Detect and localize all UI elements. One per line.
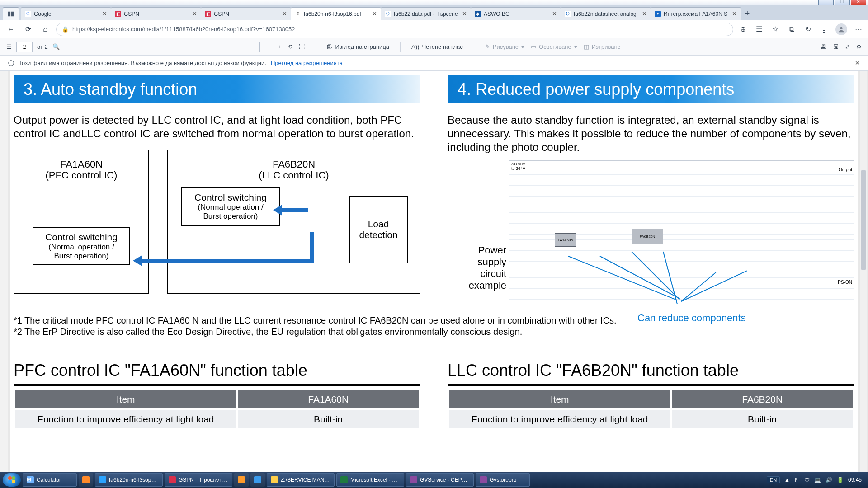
tab-label: Google (34, 11, 99, 17)
section-3-body: Output power is detected by LLC control … (14, 113, 420, 141)
highlight-button[interactable]: ▭ Осветяване ▾ (531, 43, 577, 50)
history-icon[interactable]: ↻ (803, 24, 813, 34)
save-button[interactable]: 🖫 (833, 43, 839, 50)
tray-flag-icon[interactable]: 🏳 (794, 477, 800, 483)
circuit-caption-1: Power supply (448, 244, 506, 268)
system-tray: EN ▲ 🏳 🛡 💻 🔊 🔋 09:45 (767, 476, 865, 483)
svg-rect-3 (11, 14, 14, 16)
tab-favicon: ◧ (205, 11, 211, 17)
tab-close-button[interactable]: ✕ (552, 10, 557, 17)
taskbar-item[interactable]: Gvstorepro (476, 473, 530, 487)
tray-volume-icon[interactable]: 🔊 (826, 477, 832, 483)
refresh-button[interactable]: ⟳ (22, 23, 34, 36)
pfc-name: FA1A60N (14, 159, 148, 170)
zoom-in-button[interactable]: + (278, 43, 281, 50)
taskbar-item[interactable]: GVService - СЕРВИЗ... (406, 473, 474, 487)
tab-close-button[interactable]: ✕ (462, 10, 467, 17)
window-close-button[interactable]: ✕ (851, 0, 866, 5)
tab-label: Интегр.схема FA1A60N S (664, 11, 729, 17)
th-item: Item (15, 390, 236, 408)
language-indicator[interactable]: EN (767, 476, 780, 483)
taskbar-item[interactable] (250, 473, 265, 487)
pfc-sub1: (Normal operation / (35, 243, 127, 252)
page-view-button[interactable]: 🗐 Изглед на страница (327, 43, 390, 50)
draw-button[interactable]: ✎ Рисуване ▾ (485, 43, 524, 50)
browser-tab[interactable]: ◧GSPN✕ (201, 7, 291, 20)
tab-close-button[interactable]: ✕ (372, 10, 377, 17)
read-mode-icon[interactable]: ☰ (754, 24, 764, 34)
tab-close-button[interactable]: ✕ (192, 10, 197, 17)
taskbar-item[interactable] (79, 473, 93, 487)
taskbar-item[interactable]: GSPN – Профил 1 - ... (165, 473, 232, 487)
taskbar-app-icon (238, 476, 245, 483)
collections-icon[interactable]: ⧉ (787, 24, 797, 34)
toc-icon[interactable]: ☰ (6, 43, 12, 50)
tab-close-button[interactable]: ✕ (102, 10, 107, 17)
read-aloud-button[interactable]: A)) Четене на глас (411, 43, 463, 50)
taskbar-item[interactable]: Z:\SERVICE MANUAL... (267, 473, 335, 487)
find-icon[interactable]: 🔍 (52, 43, 60, 50)
pdf-settings-button[interactable]: ⚙ (856, 43, 862, 50)
zoom-icon[interactable]: ⊕ (738, 24, 748, 34)
home-button[interactable]: ⌂ (39, 23, 52, 36)
taskbar-item-label: Microsoft Excel - Opi... (350, 477, 400, 483)
zoom-out-button[interactable]: − (259, 42, 271, 52)
infobar-message: Този файл има ограничени разрешения. Въз… (19, 60, 266, 66)
tab-label: GSPN (214, 11, 279, 17)
start-button[interactable] (3, 473, 21, 487)
pdf-viewport: 3. Auto standby function Output power is… (0, 71, 868, 472)
tray-icon[interactable]: ▲ (784, 477, 790, 483)
svg-point-7 (8, 480, 12, 483)
back-button[interactable]: ← (5, 23, 17, 36)
print-button[interactable]: 🖶 (821, 43, 826, 50)
infobar-close-button[interactable]: ✕ (855, 60, 860, 66)
new-tab-button[interactable]: + (741, 7, 754, 20)
tab-favicon: ✦ (655, 11, 661, 17)
taskbar-item[interactable] (234, 473, 249, 487)
window-minimize-button[interactable]: — (818, 0, 834, 5)
page-number-input[interactable] (16, 42, 33, 52)
ac-label: AC 90V to 264V (511, 162, 525, 171)
tray-network-icon[interactable]: 💻 (814, 477, 821, 483)
browser-tab[interactable]: ◧GSPN✕ (111, 7, 201, 20)
browser-tab[interactable]: Qfa6b22 data pdf - Търсене✕ (381, 7, 471, 20)
vertical-scrollbar[interactable] (860, 71, 867, 472)
browser-tab[interactable]: ◆ASWO BG✕ (471, 7, 561, 20)
section-3: 3. Auto standby function Output power is… (14, 75, 420, 310)
taskbar-item[interactable]: ⊞Calculator (23, 473, 77, 487)
tab-close-button[interactable]: ✕ (642, 10, 647, 17)
fullscreen-button[interactable]: ⤢ (845, 43, 850, 50)
tab-close-button[interactable]: ✕ (732, 10, 737, 17)
address-bar[interactable]: 🔒 https://ksp-electronics.com/media/1/11… (56, 23, 733, 36)
scrollbar-thumb[interactable] (861, 170, 866, 270)
favorites-icon[interactable]: ☆ (770, 24, 780, 34)
rotate-button[interactable]: ⟲ (288, 43, 292, 50)
clock[interactable]: 09:45 (848, 477, 862, 483)
taskbar-item[interactable]: fa6b20n-n6-l3sop16... (95, 473, 163, 487)
load-det-1: Load (350, 219, 407, 230)
tab-close-button[interactable]: ✕ (282, 10, 287, 17)
browser-tab[interactable]: 🗎fa6b20n-n6-l3sop16.pdf✕ (291, 7, 381, 20)
llc-sub1: (Normal operation / (184, 203, 278, 212)
lock-icon: 🔒 (62, 26, 69, 33)
tray-shield-icon[interactable]: 🛡 (804, 477, 810, 483)
window-maximize-button[interactable]: ☐ (835, 0, 850, 5)
taskbar-item[interactable]: Microsoft Excel - Opi... (336, 473, 404, 487)
reduce-line (663, 252, 678, 304)
browser-tab[interactable]: GGoogle✕ (21, 7, 111, 20)
browser-tab[interactable]: Qfa6b22n datasheet analog✕ (561, 7, 651, 20)
more-button[interactable]: ⋯ (854, 24, 863, 34)
tab-actions-button[interactable] (3, 7, 19, 20)
tray-battery-icon[interactable]: 🔋 (837, 477, 844, 483)
browser-tab[interactable]: ✦Интегр.схема FA1A60N S✕ (651, 7, 741, 20)
taskbar-app-icon: ⊞ (27, 476, 34, 483)
downloads-icon[interactable]: ⭳ (819, 24, 829, 34)
fit-width-button[interactable]: ⛶ (299, 43, 305, 50)
td-item: Function to improve efficiency at light … (15, 410, 236, 428)
profile-button[interactable] (835, 23, 847, 35)
erase-button[interactable]: ◫ Изтриване (584, 43, 621, 50)
diagram-llc-box: FA6B20N (LLC control IC) Control switchi… (167, 150, 420, 294)
tab-favicon: Q (565, 11, 571, 17)
taskbar-app-icon (480, 476, 487, 483)
infobar-link[interactable]: Преглед на разрешенията (271, 60, 343, 66)
